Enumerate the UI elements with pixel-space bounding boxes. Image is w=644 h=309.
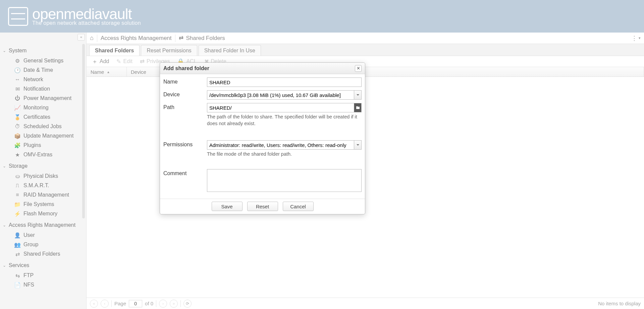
- page-label: Page: [114, 301, 126, 306]
- svg-rect-1: [356, 106, 358, 107]
- sort-asc-icon: ▲: [107, 70, 110, 74]
- sidebar-item-shared-folders[interactable]: ⇄Shared Folders: [3, 249, 82, 259]
- sidebar-group-services[interactable]: ⌄Services: [3, 261, 82, 271]
- header-menu-button[interactable]: ⋮▾: [631, 35, 641, 42]
- sidebar-item-label: Power Management: [23, 95, 71, 101]
- dialog-close-button[interactable]: ✕: [355, 65, 362, 72]
- chart-icon: 📈: [14, 104, 21, 111]
- refresh-button[interactable]: ⟳: [183, 300, 192, 308]
- sidebar-item-label: Group: [23, 242, 38, 248]
- cancel-button[interactable]: Cancel: [283, 202, 314, 211]
- sidebar-item-ftp[interactable]: ⇆FTP: [3, 271, 82, 280]
- name-input[interactable]: [207, 78, 362, 87]
- app-logo: openmediavault The open network attached…: [8, 7, 141, 26]
- network-icon: ↔: [14, 76, 21, 83]
- flash-icon: ⚡: [14, 210, 21, 217]
- next-page-button[interactable]: ›: [159, 300, 167, 308]
- sidebar-item-date-time[interactable]: 🕑Date & Time: [3, 65, 82, 75]
- sidebar-item-update-management[interactable]: 📦Update Management: [3, 131, 82, 141]
- save-button[interactable]: Save: [212, 202, 243, 211]
- sidebar-item-scheduled-jobs[interactable]: ⏱Scheduled Jobs: [3, 122, 82, 131]
- sidebar-item-label: User: [23, 232, 35, 238]
- sidebar-item-general-settings[interactable]: ⚙General Settings: [3, 56, 82, 65]
- breadcrumb-group[interactable]: Access Rights Management: [101, 35, 172, 42]
- sidebar-item-flash-memory[interactable]: ⚡Flash Memory: [3, 209, 82, 218]
- sidebar-collapse-button[interactable]: «: [77, 34, 85, 41]
- chevron-down-icon: ⌄: [3, 223, 6, 227]
- sidebar-item-file-systems[interactable]: 📁File Systems: [3, 200, 82, 209]
- share-icon: ⇄: [14, 251, 21, 257]
- device-dropdown-button[interactable]: [354, 90, 362, 100]
- pulse-icon: ⎍: [14, 182, 21, 189]
- sidebar-item-label: Certificates: [23, 114, 50, 120]
- column-name[interactable]: Name▲: [87, 67, 127, 76]
- page-of-label: of 0: [145, 301, 153, 306]
- first-page-button[interactable]: «: [90, 300, 98, 308]
- sidebar-item-raid[interactable]: ≡RAID Management: [3, 190, 82, 200]
- tab-reset-permissions[interactable]: Reset Permissions: [141, 45, 197, 56]
- name-label: Name: [163, 78, 207, 85]
- sidebar-item-smart[interactable]: ⎍S.M.A.R.T.: [3, 181, 82, 190]
- tab-shared-folders[interactable]: Shared Folders: [89, 45, 140, 56]
- sidebar-item-nfs[interactable]: 📄NFS: [3, 280, 82, 290]
- clock-icon: 🕑: [14, 67, 21, 73]
- users-icon: 👥: [14, 241, 21, 248]
- sidebar-item-label: Notification: [23, 86, 50, 92]
- sidebar-group-access-rights[interactable]: ⌄Access Rights Management: [3, 220, 82, 230]
- sidebar-item-label: OMV-Extras: [23, 152, 52, 158]
- dialog-title: Add shared folder: [163, 65, 209, 71]
- sidebar-group-label: Services: [9, 262, 29, 268]
- sidebar-item-power-management[interactable]: ⏻Power Management: [3, 94, 82, 103]
- edit-button[interactable]: ✎Edit: [114, 57, 135, 66]
- path-input[interactable]: [207, 103, 354, 112]
- sidebar-item-notification[interactable]: ✉Notification: [3, 84, 82, 94]
- home-icon[interactable]: ⌂: [90, 35, 94, 42]
- sidebar-item-label: Update Management: [23, 133, 73, 139]
- sidebar-item-label: File Systems: [23, 201, 54, 207]
- prev-page-button[interactable]: ‹: [101, 300, 109, 308]
- breadcrumb-separator: [175, 35, 175, 42]
- device-select[interactable]: [207, 90, 354, 100]
- sidebar-item-label: Date & Time: [23, 67, 53, 73]
- comment-label: Comment: [163, 169, 207, 176]
- tab-shared-folder-in-use[interactable]: Shared Folder In Use: [199, 45, 261, 56]
- add-button[interactable]: ＋Add: [89, 57, 112, 66]
- folder-icon: 📁: [14, 201, 21, 208]
- sidebar-group-storage[interactable]: ⌄Storage: [3, 161, 82, 171]
- permissions-dropdown-button[interactable]: [354, 140, 362, 150]
- sidebar-item-user[interactable]: 👤User: [3, 230, 82, 240]
- share-icon: ⇄: [140, 58, 145, 65]
- comment-textarea[interactable]: [207, 169, 362, 192]
- tab-bar: Shared Folders Reset Permissions Shared …: [87, 44, 644, 56]
- user-icon: 👤: [14, 232, 21, 239]
- caret-down-icon: ▾: [639, 36, 641, 40]
- sidebar-item-group[interactable]: 👥Group: [3, 240, 82, 249]
- sidebar-scrollbar[interactable]: [82, 44, 85, 218]
- sidebar-item-monitoring[interactable]: 📈Monitoring: [3, 103, 82, 112]
- sidebar-item-label: Network: [23, 76, 43, 83]
- sidebar-group-system[interactable]: ⌄System: [3, 46, 82, 56]
- puzzle-icon: 🧩: [14, 142, 21, 149]
- sidebar-item-certificates[interactable]: 🏅Certificates: [3, 112, 82, 122]
- last-page-button[interactable]: »: [170, 300, 178, 308]
- chevron-down-icon: ⌄: [3, 263, 6, 268]
- breadcrumb-page[interactable]: ⇄Shared Folders: [179, 35, 225, 42]
- permissions-select[interactable]: [207, 140, 354, 150]
- brand-tagline: The open network attached storage soluti…: [32, 20, 141, 25]
- sidebar-item-physical-disks[interactable]: ⛀Physical Disks: [3, 171, 82, 181]
- plus-icon: ＋: [92, 58, 98, 65]
- permissions-help-text: The file mode of the shared folder path.: [207, 151, 362, 158]
- breadcrumb-separator: [97, 35, 97, 42]
- device-label: Device: [163, 90, 207, 98]
- path-browse-button[interactable]: [354, 103, 362, 112]
- sidebar-item-label: NFS: [23, 282, 34, 288]
- sidebar-item-omv-extras[interactable]: ★OMV-Extras: [3, 150, 82, 159]
- sidebar-item-network[interactable]: ↔Network: [3, 75, 82, 84]
- reset-button[interactable]: Reset: [247, 202, 278, 211]
- sidebar-item-plugins[interactable]: 🧩Plugins: [3, 141, 82, 150]
- page-input[interactable]: [129, 300, 142, 307]
- ribbon-icon: 🏅: [14, 114, 21, 120]
- breadcrumb: ⌂ Access Rights Management ⇄Shared Folde…: [87, 33, 644, 44]
- pager-status: No items to display: [598, 301, 641, 306]
- path-help-text: The path of the folder to share. The spe…: [207, 114, 362, 127]
